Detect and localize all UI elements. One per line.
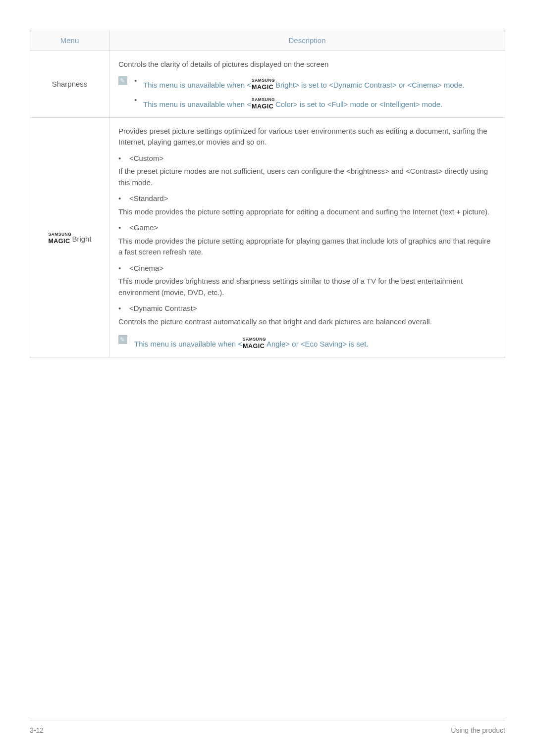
header-menu: Menu [30, 30, 109, 51]
text-fragment: Color> is set to <Full> mode or <Intelli… [275, 100, 442, 108]
bullet-icon: • [134, 95, 143, 110]
header-description: Description [109, 30, 505, 51]
magic-bot: MAGIC [48, 238, 70, 245]
note-icon [118, 335, 127, 344]
note-block: This menu is unavailable when <SAMSUNGMA… [118, 334, 496, 350]
table-row: Sharpness Controls the clarity of detail… [30, 51, 505, 118]
note-text: This menu is unavailable when <SAMSUNGMA… [143, 75, 496, 91]
list-item: •<Dynamic Contrast> [118, 303, 496, 314]
samsung-magic-label: SAMSUNGMAGIC [252, 95, 275, 110]
note-item: • This menu is unavailable when <SAMSUNG… [134, 95, 496, 110]
page-footer: 3-12 Using the product [30, 720, 505, 734]
table-row: SAMSUNG MAGIC Bright Provides preset pic… [30, 117, 505, 357]
magic-top: SAMSUNG [252, 78, 275, 83]
description-sharpness: Controls the clarity of details of pictu… [109, 51, 505, 118]
note-text: This menu is unavailable when <SAMSUNGMA… [143, 95, 496, 110]
menu-name-sharpness: Sharpness [30, 51, 109, 118]
item-description: This mode provides the picture setting a… [118, 206, 496, 218]
text-fragment: Angle> or <Eco Saving> is set. [267, 340, 369, 348]
footer-section-title: Using the product [451, 726, 505, 734]
bullet-icon: • [118, 263, 129, 274]
bullet-icon: • [118, 222, 129, 234]
list-item: •<Game> [118, 222, 496, 234]
text-fragment: Bright [72, 235, 91, 243]
text-fragment: This menu is unavailable when < [143, 100, 251, 108]
magic-top: SAMSUNG [252, 97, 275, 102]
text-fragment: This menu is unavailable when < [143, 81, 251, 89]
list-item: •<Standard> [118, 193, 496, 204]
text-fragment: Bright> is set to <Dynamic Contrast> or … [275, 81, 464, 89]
list-item: •<Cinema> [118, 263, 496, 274]
bullet-icon: • [118, 193, 129, 204]
item-label: <Game> [129, 222, 158, 234]
samsung-magic-label: SAMSUNG MAGIC [48, 229, 71, 245]
menu-name-magic-bright: SAMSUNG MAGIC Bright [30, 117, 109, 357]
description-magic-bright: Provides preset picture settings optimiz… [109, 117, 505, 357]
item-description: Controls the picture contrast automatica… [118, 316, 496, 328]
item-description: This mode provides brightness and sharpn… [118, 276, 496, 298]
item-description: This mode provides the picture setting a… [118, 236, 496, 258]
item-label: <Standard> [129, 193, 168, 204]
bullet-icon: • [118, 153, 129, 164]
note-icon [118, 76, 127, 85]
notes-content: • This menu is unavailable when <SAMSUNG… [127, 75, 496, 110]
note-item: • This menu is unavailable when <SAMSUNG… [134, 75, 496, 91]
magic-top: SAMSUNG [48, 232, 71, 237]
table-header-row: Menu Description [30, 30, 505, 51]
item-description: If the preset picture modes are not suff… [118, 166, 496, 188]
item-label: <Custom> [129, 153, 163, 164]
magic-bot: MAGIC [252, 84, 273, 91]
samsung-magic-label: SAMSUNGMAGIC [252, 75, 275, 91]
item-label: <Dynamic Contrast> [129, 303, 197, 314]
bright-intro: Provides preset picture settings optimiz… [118, 126, 496, 148]
magic-bot: MAGIC [252, 103, 273, 110]
samsung-magic-label: SAMSUNGMAGIC [243, 334, 266, 350]
menu-table: Menu Description Sharpness Controls the … [30, 30, 505, 357]
bullet-icon: • [118, 303, 129, 314]
magic-bot: MAGIC [243, 343, 265, 350]
text-fragment: This menu is unavailable when < [134, 340, 242, 348]
page-number: 3-12 [30, 726, 44, 734]
list-item: •<Custom> [118, 153, 496, 164]
bullet-icon: • [134, 75, 143, 91]
item-label: <Cinema> [129, 263, 163, 274]
magic-top: SAMSUNG [243, 337, 266, 342]
note-block: • This menu is unavailable when <SAMSUNG… [118, 75, 496, 110]
note-text: This menu is unavailable when <SAMSUNGMA… [127, 334, 496, 350]
page-content: Menu Description Sharpness Controls the … [0, 0, 535, 357]
sharpness-intro: Controls the clarity of details of pictu… [118, 59, 496, 70]
